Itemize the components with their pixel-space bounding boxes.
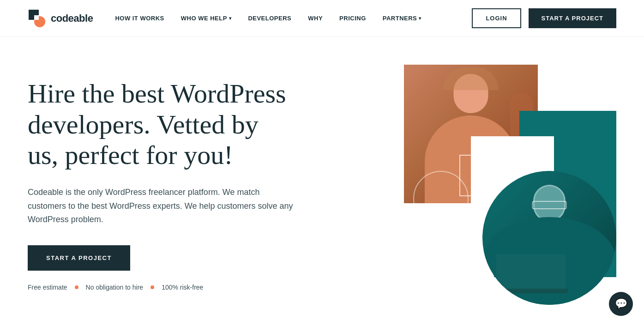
hair-man [443, 67, 499, 90]
badge-risk-free: 100% risk-free [162, 284, 203, 291]
hero-content: Hire the best WordPress developers. Vett… [28, 79, 295, 291]
header: codeable HOW IT WORKS WHO WE HELP ▾ DEVE… [0, 0, 644, 37]
header-left: codeable HOW IT WORKS WHO WE HELP ▾ DEVE… [28, 9, 421, 28]
nav-how-it-works[interactable]: HOW IT WORKS [115, 15, 164, 22]
main-nav: HOW IT WORKS WHO WE HELP ▾ DEVELOPERS WH… [115, 15, 421, 22]
hero-description: Codeable is the only WordPress freelance… [28, 186, 295, 227]
nav-who-we-help[interactable]: WHO WE HELP ▾ [181, 15, 232, 22]
nav-why[interactable]: WHY [308, 15, 323, 22]
chat-bubble-button[interactable]: 💬 [609, 292, 633, 316]
laptop-base [494, 289, 568, 293]
badge-dot-1 [75, 285, 78, 289]
chat-icon: 💬 [615, 298, 627, 310]
header-start-project-button[interactable]: START A PROJECT [529, 8, 616, 28]
badge-free-estimate: Free estimate [28, 284, 67, 291]
logo-icon [28, 9, 47, 28]
badge-dot-2 [150, 285, 154, 289]
svg-rect-2 [34, 15, 39, 20]
nav-developers[interactable]: DEVELOPERS [248, 15, 291, 22]
logo-text: codeable [51, 12, 93, 24]
nav-partners[interactable]: PARTNERS ▾ [383, 15, 421, 22]
login-button[interactable]: LOGIN [472, 8, 521, 28]
logo[interactable]: codeable [28, 9, 93, 28]
developer-woman-photo [482, 171, 616, 305]
hero-title: Hire the best WordPress developers. Vett… [28, 79, 295, 171]
header-right: LOGIN START A PROJECT [472, 8, 616, 28]
hero-badges: Free estimate No obligation to hire 100%… [28, 284, 295, 291]
circle-arc-decoration [413, 171, 469, 226]
hero-image [385, 65, 616, 305]
badge-free-estimate-label: Free estimate [28, 284, 67, 291]
glasses-woman [532, 201, 567, 209]
hero-start-project-button[interactable]: START A PROJECT [28, 245, 130, 271]
laptop [496, 254, 566, 291]
chevron-down-icon: ▾ [419, 16, 421, 21]
hero-section: Hire the best WordPress developers. Vett… [0, 37, 644, 323]
badge-no-obligation-label: No obligation to hire [86, 284, 144, 291]
badge-no-obligation: No obligation to hire [86, 284, 144, 291]
nav-pricing[interactable]: PRICING [339, 15, 366, 22]
chevron-down-icon: ▾ [229, 16, 232, 21]
badge-risk-free-label: 100% risk-free [162, 284, 203, 291]
